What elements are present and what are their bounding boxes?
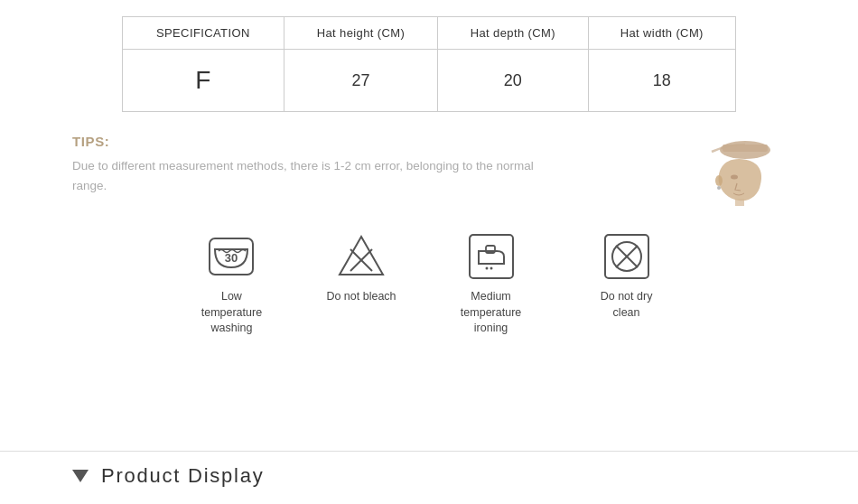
height-col-header: Hat height (CM) — [284, 17, 438, 50]
no-dryclean-icon — [602, 231, 652, 282]
bleach-label: Do not bleach — [326, 289, 396, 305]
product-display-footer: Product Display — [72, 464, 264, 488]
dryclean-label: Do not dry clean — [586, 289, 667, 321]
iron-icon — [466, 231, 517, 282]
care-item-iron: Medium temperatureironing — [451, 231, 532, 337]
arrow-down-icon — [72, 470, 89, 482]
head-illustration — [695, 125, 786, 206]
svg-rect-9 — [470, 235, 513, 278]
svg-point-12 — [490, 267, 492, 270]
svg-point-4 — [731, 175, 738, 180]
svg-point-2 — [715, 175, 723, 186]
width-value: 18 — [588, 50, 735, 112]
tips-text: TIPS: Due to different measurement metho… — [72, 134, 677, 195]
svg-point-3 — [717, 186, 721, 190]
iron-label: Medium temperatureironing — [451, 289, 532, 337]
spec-col-header: SPECIFICATION — [123, 17, 284, 50]
care-item-wash: 30 Low temperaturewashing — [191, 231, 272, 337]
size-value: F — [123, 50, 284, 112]
wash-label: Low temperaturewashing — [191, 289, 272, 337]
depth-col-header: Hat depth (CM) — [438, 17, 588, 50]
spec-table: SPECIFICATION Hat height (CM) Hat depth … — [122, 16, 736, 112]
wash-30-icon: 30 — [206, 231, 256, 282]
width-col-header: Hat width (CM) — [588, 17, 735, 50]
height-value: 27 — [284, 50, 438, 112]
care-section: 30 Low temperaturewashing Do not bleach — [72, 231, 786, 337]
tips-section: TIPS: Due to different measurement metho… — [72, 134, 786, 206]
divider-line — [0, 451, 858, 452]
care-item-dryclean: Do not dry clean — [586, 231, 667, 321]
depth-value: 20 — [438, 50, 588, 112]
tips-body: Due to different measurement methods, th… — [72, 156, 542, 195]
main-content: SPECIFICATION Hat height (CM) Hat depth … — [0, 0, 858, 337]
no-bleach-icon — [336, 231, 387, 282]
care-item-bleach: Do not bleach — [326, 231, 396, 305]
svg-point-11 — [485, 267, 488, 270]
tips-label: TIPS: — [72, 134, 677, 149]
product-display-label: Product Display — [101, 464, 264, 488]
